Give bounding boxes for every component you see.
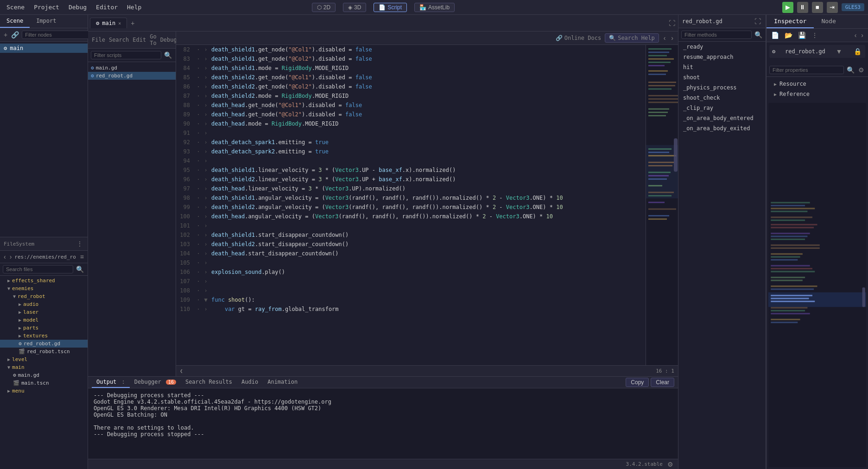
inspector-nav-forward[interactable]: ›	[859, 31, 865, 40]
inspector-save-button[interactable]: 💾	[796, 31, 808, 40]
file-item-menu[interactable]: menu	[0, 387, 88, 395]
fs-list-button[interactable]: ≡	[79, 252, 85, 261]
file-item-main-tscn[interactable]: 🎬 main.tscn	[0, 379, 88, 387]
stop-button[interactable]: ■	[812, 2, 823, 13]
section-reference[interactable]: ▶ Reference	[770, 89, 864, 99]
method-clip-ray[interactable]: _clip_ray	[678, 103, 766, 113]
inspector-more-button[interactable]: ⋮	[810, 31, 820, 40]
file-item-red-robot[interactable]: red_robot	[0, 292, 88, 300]
edit-menu[interactable]: Edit	[133, 37, 146, 43]
mode-2d-button[interactable]: ⬡ 2D	[312, 3, 336, 12]
copy-output-button[interactable]: Copy	[626, 378, 649, 387]
menu-project[interactable]: Project	[31, 3, 62, 12]
file-item-enemies[interactable]: enemies	[0, 285, 88, 292]
filter-settings-button[interactable]: ⚙	[857, 65, 865, 75]
method-shoot-check[interactable]: shoot_check	[678, 93, 766, 103]
search-help-button[interactable]: 🔍 Search Help	[605, 33, 659, 43]
editor-scroll-left[interactable]: ❮	[180, 368, 183, 374]
output-settings-button[interactable]: ⚙	[666, 460, 674, 469]
tab-scene[interactable]: Scene	[0, 15, 30, 28]
file-item-textures[interactable]: textures	[0, 332, 88, 340]
method-on-area-body-exited[interactable]: _on_area_body_exited	[678, 123, 766, 133]
inspector-nav-back[interactable]: ‹	[853, 31, 859, 40]
step-button[interactable]: ⇥	[827, 2, 838, 13]
tab-search-results[interactable]: Search Results	[181, 377, 237, 388]
file-item-audio[interactable]: audio	[0, 300, 88, 308]
output-line-5	[94, 418, 672, 425]
filter-scripts-input[interactable]	[91, 51, 161, 59]
svg-rect-38	[771, 208, 815, 209]
tab-debugger[interactable]: Debugger 16	[130, 377, 181, 388]
svg-rect-31	[648, 209, 676, 210]
filter-nodes-input[interactable]	[22, 31, 92, 39]
menu-editor[interactable]: Editor	[93, 3, 120, 12]
add-tab-button[interactable]: +	[128, 19, 137, 27]
section-resource[interactable]: ▶ Resource	[770, 79, 864, 89]
editor-tab-main[interactable]: ⚙ main ×	[90, 18, 127, 28]
online-docs-button[interactable]: 🔗 Online Docs	[556, 35, 601, 41]
file-item-main[interactable]: main	[0, 363, 88, 371]
method-hit[interactable]: hit	[678, 62, 766, 72]
inspector-file-lock[interactable]: 🔒	[853, 47, 862, 56]
goto-menu[interactable]: Go To	[150, 33, 156, 46]
tab-import[interactable]: Import	[30, 15, 63, 28]
methods-expand-button[interactable]: ⛶	[754, 17, 762, 26]
inspector-new-button[interactable]: 📄	[769, 31, 781, 40]
file-item-effects-shared[interactable]: effects_shared	[0, 277, 88, 285]
script-item-red-robot-gd[interactable]: ⚙ red_robot.gd	[88, 72, 176, 80]
method-physics-process[interactable]: _physics_process	[678, 82, 766, 93]
debug-menu[interactable]: Debug	[160, 37, 177, 43]
tab-animation[interactable]: Animation	[263, 377, 302, 388]
code-editor[interactable]: 82 · › death_shield1.get_node("@Col1").d…	[176, 45, 646, 365]
tab-inspector[interactable]: Inspector	[767, 15, 814, 28]
inspector-file-item[interactable]: ⚙ red_robot.gd ▼ 🔒	[769, 45, 865, 58]
inspector-file-dropdown[interactable]: ▼	[835, 47, 843, 56]
file-item-parts[interactable]: parts	[0, 324, 88, 332]
fs-back-button[interactable]: ‹	[3, 252, 7, 261]
output-line-4: OpenGL ES Batching: ON	[94, 412, 672, 418]
file-menu[interactable]: File	[92, 37, 105, 43]
file-item-main-gd[interactable]: ⚙ main.gd	[0, 371, 88, 379]
tab-node[interactable]: Node	[814, 15, 843, 28]
inspector-open-button[interactable]: 📂	[783, 31, 794, 40]
search-files-button[interactable]: 🔍	[75, 265, 85, 274]
tree-item-main[interactable]: ⚙ main	[0, 44, 88, 53]
method-shoot[interactable]: shoot	[678, 72, 766, 82]
menu-scene[interactable]: Scene	[4, 3, 27, 12]
file-item-level[interactable]: level	[0, 355, 88, 363]
search-properties-button[interactable]: 🔍	[846, 65, 855, 75]
fs-forward-button[interactable]: ›	[9, 252, 13, 261]
search-files-input[interactable]	[3, 265, 73, 273]
tab-audio[interactable]: Audio	[237, 377, 263, 388]
filesystem-menu-button[interactable]: ⋮	[76, 239, 84, 248]
mode-3d-button[interactable]: ◈ 3D	[343, 3, 366, 12]
file-item-red-robot-gd[interactable]: ⚙ red_robot.gd	[0, 340, 88, 348]
mode-assetlib-button[interactable]: 🏪 AssetLib	[414, 3, 455, 12]
search-methods-button[interactable]: 🔍	[754, 30, 763, 39]
file-item-model[interactable]: model	[0, 316, 88, 324]
file-item-laser[interactable]: laser	[0, 308, 88, 316]
method-resume-approach[interactable]: resume_approach	[678, 52, 766, 62]
tab-output[interactable]: Output :	[92, 377, 130, 388]
nav-forward-button[interactable]: ›	[670, 33, 674, 43]
close-tab-button[interactable]: ×	[118, 21, 121, 26]
script-item-main-gd[interactable]: ⚙ main.gd	[88, 64, 176, 72]
play-button[interactable]: ▶	[782, 2, 793, 13]
expand-editor-button[interactable]: ⛶	[668, 19, 676, 28]
filter-properties-input[interactable]	[769, 66, 844, 74]
method-on-area-body-entered[interactable]: _on_area_body_entered	[678, 113, 766, 123]
svg-rect-36	[771, 202, 810, 203]
instance-button[interactable]: 🔗	[10, 30, 20, 39]
method-ready[interactable]: _ready	[678, 42, 766, 52]
clear-output-button[interactable]: Clear	[651, 378, 674, 387]
nav-back-button[interactable]: ‹	[663, 33, 667, 43]
file-item-red-robot-tscn[interactable]: 🎬 red_robot.tscn	[0, 348, 88, 355]
pause-button[interactable]: ⏸	[797, 2, 808, 13]
menu-debug[interactable]: Debug	[66, 3, 89, 12]
filter-methods-input[interactable]	[681, 31, 752, 39]
mode-script-button[interactable]: 📄 Script	[374, 3, 407, 12]
add-node-button[interactable]: +	[3, 30, 8, 39]
menu-help[interactable]: Help	[124, 3, 144, 12]
search-scripts-button[interactable]: 🔍	[163, 51, 173, 60]
search-menu[interactable]: Search	[109, 37, 129, 43]
